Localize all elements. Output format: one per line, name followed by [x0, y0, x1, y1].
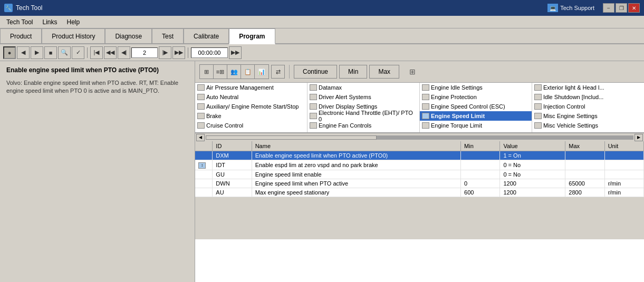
cat-exterior-light[interactable]: Exterior light & Head l... [532, 83, 644, 92]
time-input[interactable] [191, 47, 228, 58]
row-name-cell: Max engine speed stationary [252, 188, 460, 197]
toolbar-btn-next2[interactable]: |▶ [159, 46, 171, 59]
menu-item-help[interactable]: Help [63, 17, 84, 27]
list-view-btn[interactable]: ≡⊞ [214, 65, 227, 79]
import-btn[interactable]: ⇄ [271, 65, 285, 79]
grid-view-btn[interactable]: ⊞ [200, 65, 214, 79]
table-row[interactable]: DWNEngine speed limit when PTO active012… [195, 179, 644, 188]
row-id-cell: DWN [213, 179, 252, 188]
cat-label-5: Cruise Control [206, 122, 243, 129]
cat-datamax[interactable]: Datamax [307, 83, 419, 92]
row-icon-cell [195, 151, 213, 160]
close-button[interactable]: ✕ [628, 3, 640, 13]
cat-brake[interactable]: Brake [195, 111, 307, 121]
table-row[interactable]: AUMax engine speed stationary60012002800… [195, 188, 644, 197]
cat-label-9: Electronic Hand Throttle (EHT)/ PTO 0 [319, 110, 417, 122]
cat-misc-engine[interactable]: Misc Engine Settings [532, 111, 644, 121]
table-row[interactable]: DXMEnable engine speed limit when PTO ac… [195, 151, 644, 160]
cat-driver-alert[interactable]: Driver Alert Systems [307, 92, 419, 102]
tab-product-history[interactable]: Product History [42, 28, 105, 43]
restore-button[interactable]: ❐ [616, 3, 627, 13]
toolbar-btn-prev2[interactable]: ◀| [118, 46, 130, 59]
cat-label-8: Driver Display Settings [319, 103, 377, 110]
cat-icon-14 [422, 113, 429, 119]
minimize-button[interactable]: − [603, 3, 614, 13]
cat-label-1: Air Pressure Management [206, 84, 274, 91]
category-scrollbar[interactable]: ◀ ▶ [195, 133, 644, 141]
toolbar-btn-next[interactable]: ▶▶ [172, 46, 185, 59]
table-row[interactable]: ↕IDTEnable espd lim at zero vspd and no … [195, 160, 644, 170]
toolbar-btn-forward[interactable]: ▶ [31, 46, 43, 59]
export-btn[interactable]: 📋 [241, 65, 255, 79]
scroll-track [206, 135, 633, 140]
page-number-input[interactable] [131, 47, 158, 58]
row-unit-cell [604, 151, 643, 160]
cat-cruise[interactable]: Cruise Control [195, 121, 307, 130]
toolbar-btn-back[interactable]: ◀ [17, 46, 30, 59]
cat-icon-19 [534, 113, 542, 119]
col-header-min[interactable]: Min [461, 141, 500, 151]
toolbar-btn-check[interactable]: ✓ [72, 46, 84, 59]
tab-test[interactable]: Test [152, 28, 184, 43]
cat-label-3: Auxiliary/ Engine Remote Start/Stop [206, 103, 299, 110]
row-max-cell [565, 160, 604, 170]
cat-label-15: Engine Torque Limit [431, 122, 482, 129]
data-table-container: ID Name Min Value Max Unit DXMEnable eng… [195, 141, 644, 282]
row-icon-cell [195, 179, 213, 188]
cat-label-14: Engine Speed Limit [431, 113, 485, 119]
cat-icon-7 [310, 94, 317, 100]
cat-injection[interactable]: Injection Control [532, 102, 644, 111]
cat-engine-prot[interactable]: Engine Protection [420, 92, 532, 102]
row-unit-cell: r/min [604, 188, 643, 197]
row-min-cell [461, 170, 500, 179]
left-panel: Enable engine speed limit when PTO activ… [0, 61, 195, 282]
toolbar-btn-stop[interactable]: ■ [44, 46, 57, 59]
cat-esc[interactable]: Engine Speed Control (ESC) [420, 102, 532, 111]
cat-icon-20 [534, 122, 542, 129]
row-icon-cell [195, 170, 213, 179]
col-header-value[interactable]: Value [500, 141, 565, 151]
col-header-name[interactable]: Name [252, 141, 460, 151]
tab-diagnose[interactable]: Diagnose [105, 28, 152, 43]
scroll-right-btn[interactable]: ▶ [635, 134, 643, 141]
tab-product[interactable]: Product [0, 28, 42, 43]
people-btn[interactable]: 👥 [227, 65, 241, 79]
cat-label-16: Exterior light & Head l... [543, 84, 604, 91]
scroll-left-btn[interactable]: ◀ [196, 134, 205, 141]
tab-calibrate[interactable]: Calibrate [184, 28, 229, 43]
row-max-cell: 2800 [565, 188, 604, 197]
toolbar-btn-play[interactable]: ▶▶ [229, 46, 242, 59]
table-btn[interactable]: 📊 [255, 65, 268, 79]
cat-icon-16 [534, 84, 542, 91]
min-button[interactable]: Min [339, 65, 367, 79]
col-header-id[interactable]: ID [213, 141, 252, 151]
toolbar-btn-prev[interactable]: ◀◀ [104, 46, 117, 59]
col-header-max[interactable]: Max [565, 141, 604, 151]
cat-eht[interactable]: Electronic Hand Throttle (EHT)/ PTO 0 [307, 111, 419, 121]
continue-button[interactable]: Continue [294, 65, 337, 79]
cat-engine-torque[interactable]: Engine Torque Limit [420, 121, 532, 130]
cat-engine-speed-limit[interactable]: Engine Speed Limit ← [420, 111, 532, 121]
col-header-unit[interactable]: Unit [604, 141, 643, 151]
menu-item-links[interactable]: Links [38, 17, 61, 27]
tech-support-button[interactable]: 💻 Tech Support [547, 4, 594, 12]
cat-auto-neutral[interactable]: Auto Neutral [195, 92, 307, 102]
menu-item-techtool[interactable]: Tech Tool [2, 17, 37, 27]
table-row[interactable]: GUEngine speed limit enable0 = No [195, 170, 644, 179]
cat-auxiliary[interactable]: Auxiliary/ Engine Remote Start/Stop [195, 102, 307, 111]
category-col-2: Datamax Driver Alert Systems Driver Disp… [307, 83, 420, 132]
scroll-thumb[interactable] [206, 135, 377, 140]
section-title: Enable engine speed limit when PTO activ… [6, 66, 188, 74]
cat-icon-1 [197, 84, 205, 91]
cat-misc-vehicle[interactable]: Misc Vehicle Settings [532, 121, 644, 130]
cat-air-pressure[interactable]: Air Pressure Management [195, 83, 307, 92]
toolbar-btn-first[interactable]: |◀ [90, 46, 103, 59]
toolbar-btn-record[interactable]: ● [3, 46, 16, 59]
row-max-cell [565, 151, 604, 160]
toolbar-btn-search[interactable]: 🔍 [58, 46, 71, 59]
cat-icon-12 [422, 94, 429, 100]
cat-idle-shutdown[interactable]: Idle Shutdown [Includ... [532, 92, 644, 102]
cat-engine-idle[interactable]: Engine Idle Settings [420, 83, 532, 92]
max-button[interactable]: Max [369, 65, 399, 79]
tab-program[interactable]: Program [229, 28, 275, 44]
